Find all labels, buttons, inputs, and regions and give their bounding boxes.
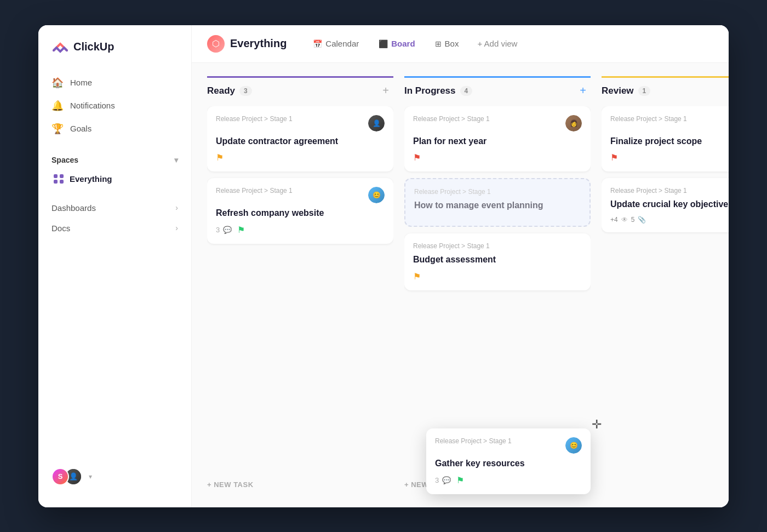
trophy-icon: 🏆	[51, 123, 64, 135]
card-update-objectives[interactable]: Release Project > Stage 1 Update crucial…	[602, 178, 729, 232]
sidebar-item-notifications[interactable]: 🔔 Notifications	[38, 94, 191, 117]
add-view-button[interactable]: + Add view	[470, 36, 525, 52]
card-meta: 3 💬	[216, 226, 232, 234]
card-project: Release Project > Stage 1	[435, 437, 512, 445]
column-header-in-progress: In Progress 4 +	[404, 76, 591, 106]
new-task-ready-button[interactable]: + NEW TASK	[207, 475, 393, 494]
avatar-img: 😊	[565, 437, 582, 454]
card-project: Release Project > Stage 1	[413, 115, 490, 123]
flag-icon: ⚑	[413, 152, 421, 163]
card-footer: 3 💬 ⚑	[216, 225, 385, 235]
col-title-area-in-progress: In Progress 4	[404, 85, 472, 96]
card-footer: ⚑	[413, 271, 582, 282]
app-name: ClickUp	[73, 41, 114, 53]
sidebar-nav: 🏠 Home 🔔 Notifications 🏆 Goals	[38, 71, 191, 140]
everything-label: Everything	[70, 174, 112, 184]
card-header: Release Project > Stage 1 👤	[216, 115, 385, 131]
card-budget-assessment[interactable]: Release Project > Stage 1 Budget assessm…	[404, 233, 591, 290]
card-update-contractor[interactable]: Release Project > Stage 1 👤 Update contr…	[207, 106, 393, 172]
card-project: Release Project > Stage 1	[414, 188, 491, 196]
box-icon: ⊞	[435, 39, 442, 48]
card-finalize-scope[interactable]: Release Project > Stage 1 👩 Finalize pro…	[602, 106, 729, 172]
card-project: Release Project > Stage 1	[610, 115, 687, 123]
card-event-planning-placeholder: Release Project > Stage 1 How to manage …	[404, 178, 591, 227]
sidebar-item-goals[interactable]: 🏆 Goals	[38, 117, 191, 140]
sidebar-home-label: Home	[70, 78, 92, 87]
sidebar-goals-label: Goals	[70, 124, 91, 133]
card-footer: 3 💬 ⚑	[435, 475, 582, 485]
cards-ready: Release Project > Stage 1 👤 Update contr…	[207, 106, 393, 475]
floating-card-gather-resources[interactable]: ✛ Release Project > Stage 1 😊 Gather key…	[426, 428, 591, 494]
home-icon: 🏠	[51, 77, 64, 89]
card-project: Release Project > Stage 1	[216, 187, 293, 195]
sidebar-item-docs[interactable]: Docs ›	[38, 218, 191, 238]
card-header: Release Project > Stage 1	[413, 242, 582, 250]
column-ready: Ready 3 + Release Project > Stage 1 👤	[207, 76, 393, 494]
card-meta: 3 💬	[435, 476, 451, 484]
card-plan-next-year[interactable]: Release Project > Stage 1 👩 Plan for nex…	[404, 106, 591, 172]
paperclip-icon: 📎	[638, 216, 646, 224]
card-title: Refresh company website	[216, 208, 385, 219]
flag-icon: ⚑	[237, 225, 245, 235]
move-cursor-icon: ✛	[592, 417, 602, 432]
flag-icon: ⚑	[456, 475, 464, 485]
card-footer: ⚑	[216, 152, 385, 163]
col-count-review: 1	[638, 86, 651, 96]
chevron-down-icon: ▾	[174, 156, 178, 164]
sidebar-item-home[interactable]: 🏠 Home	[38, 71, 191, 94]
caret-icon: ▾	[89, 473, 92, 480]
comment-count: 3	[216, 226, 220, 234]
tab-board[interactable]: ⬛ Board	[370, 36, 423, 52]
topbar: ⬡ Everything 📅 Calendar ⬛ Board ⊞ Box + …	[192, 25, 729, 63]
card-footer: ⚑	[610, 152, 729, 163]
avatar-img: 👤	[368, 115, 385, 131]
card-refresh-website[interactable]: Release Project > Stage 1 😊 Refresh comp…	[207, 178, 393, 244]
card-meta-extra: +4 👁 5 📎	[610, 216, 646, 224]
avatar: 👩	[565, 115, 582, 131]
col-title-review: Review	[602, 85, 634, 96]
card-footer: +4 👁 5 📎	[610, 216, 729, 224]
card-header: Release Project > Stage 1	[414, 188, 581, 196]
spaces-section: Spaces ▾ Everything	[38, 151, 191, 189]
card-header: Release Project > Stage 1	[610, 187, 729, 195]
logo: ClickUp	[38, 38, 191, 71]
avatar: 👤	[368, 115, 385, 131]
avatar-img: 😊	[368, 187, 385, 203]
card-header: Release Project > Stage 1 👩	[413, 115, 582, 131]
col-count-in-progress: 4	[460, 86, 473, 96]
col-count-ready: 3	[239, 86, 252, 96]
calendar-icon: 📅	[313, 39, 322, 48]
main-content: ⬡ Everything 📅 Calendar ⬛ Board ⊞ Box + …	[192, 25, 729, 507]
clickup-logo-icon	[51, 38, 69, 56]
spaces-header[interactable]: Spaces ▾	[51, 151, 178, 169]
board-icon: ⬛	[379, 39, 388, 48]
board-area: Ready 3 + Release Project > Stage 1 👤	[192, 63, 729, 507]
card-title: Budget assessment	[413, 254, 582, 266]
card-project: Release Project > Stage 1	[413, 242, 490, 250]
card-title: Update crucial key objectives	[610, 199, 729, 210]
secondary-nav: Dashboards › Docs ›	[38, 198, 191, 238]
sidebar-item-dashboards[interactable]: Dashboards ›	[38, 198, 191, 218]
tab-calendar[interactable]: 📅 Calendar	[304, 36, 368, 52]
user-avatars: S 👤	[51, 468, 82, 485]
column-header-review: Review 1 +	[602, 76, 729, 106]
sidebar-footer: S 👤 ▾	[38, 459, 191, 494]
cards-in-progress: Release Project > Stage 1 👩 Plan for nex…	[404, 106, 591, 475]
col-title-in-progress: In Progress	[404, 85, 456, 96]
card-project: Release Project > Stage 1	[216, 115, 293, 123]
add-card-ready-button[interactable]: +	[378, 83, 393, 99]
view-title-area: ⬡ Everything	[207, 35, 287, 53]
sidebar-item-everything[interactable]: Everything	[51, 169, 178, 189]
card-title: Update contractor agreement	[216, 136, 385, 147]
chevron-right-icon: ›	[175, 224, 178, 232]
comment-icon: 💬	[223, 226, 232, 234]
attachment-count: 5	[631, 216, 635, 224]
tab-box[interactable]: ⊞ Box	[426, 36, 468, 52]
comment-count: 3	[435, 476, 439, 484]
grid-icon	[54, 174, 64, 184]
avatar: 😊	[368, 187, 385, 203]
add-card-in-progress-button[interactable]: +	[575, 83, 591, 99]
view-icon: ⬡	[207, 35, 225, 53]
avatar: 😊	[565, 437, 582, 454]
eye-icon: 👁	[621, 216, 628, 224]
